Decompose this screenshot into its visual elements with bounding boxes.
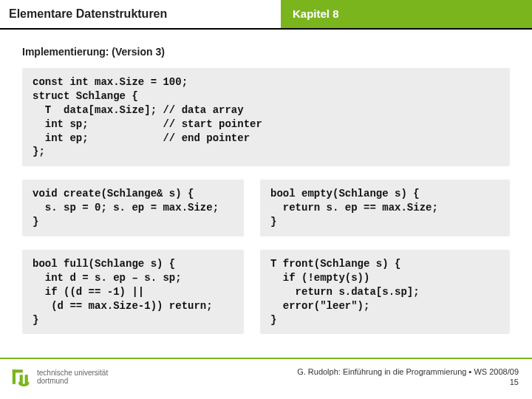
slide-title: Elementare Datenstrukturen [0,0,281,28]
university-logo-block: technische universität dortmund [10,366,108,387]
code-row-1: void create(Schlange& s) { s. sp = 0; s.… [22,180,510,236]
slide-header: Elementare Datenstrukturen Kapitel 8 [0,0,532,30]
tu-logo-icon [10,366,31,387]
university-name: technische universität dortmund [37,369,108,386]
footer-credit: G. Rudolph: Einführung in die Programmie… [297,366,519,377]
page-number: 15 [297,377,519,387]
university-line1: technische universität [37,369,108,378]
chapter-label: Kapitel 8 [281,0,532,28]
code-struct-definition: const int max.Size = 100; struct Schlang… [22,68,510,166]
footer-credit-block: G. Rudolph: Einführung in die Programmie… [297,366,519,388]
subtitle: Implementierung: (Version 3) [22,46,510,58]
university-line2: dortmund [37,377,108,386]
code-empty: bool empty(Schlange s) { return s. ep ==… [260,180,510,236]
svg-rect-1 [13,369,23,372]
code-row-2: bool full(Schlange s) { int d = s. ep – … [22,250,510,334]
code-create: void create(Schlange& s) { s. sp = 0; s.… [22,180,244,236]
code-full: bool full(Schlange s) { int d = s. ep – … [22,250,244,334]
slide-content: Implementierung: (Version 3) const int m… [0,30,532,334]
slide-footer: technische universität dortmund G. Rudol… [0,358,532,392]
code-front: T front(Schlange s) { if (!empty(s)) ret… [260,250,510,334]
